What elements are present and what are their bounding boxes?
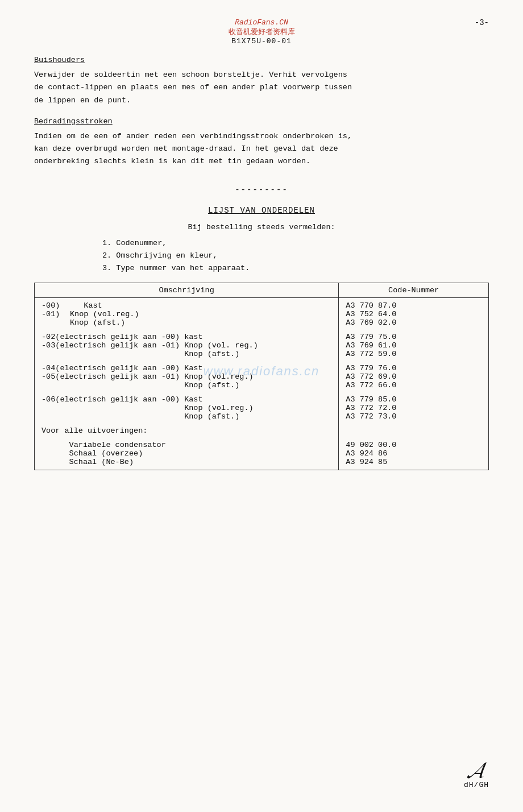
table-row: Voor alle uitvoeringen: xyxy=(35,422,489,436)
table-cell-code: A3 779 85.0 A3 772 72.0 A3 772 73.0 xyxy=(339,391,489,422)
section1-body: Verwijder de soldeertin met een schoon b… xyxy=(34,69,489,107)
table-header-desc: Omschrijving xyxy=(35,283,339,298)
parts-table: Omschrijving Code-Nummer -00) -01) Kast … xyxy=(34,283,489,470)
table-row: Variabele condensator Schaal (overzee) S… xyxy=(35,436,489,470)
table-cell-desc: -06(electrisch gelijk aan -00) Kast Knop… xyxy=(35,391,339,422)
table-header-code: Code-Nummer xyxy=(339,283,489,298)
signature-icon: 𝓐 xyxy=(462,759,491,781)
list-item-1: 1. Codenummer, xyxy=(102,237,489,250)
footer-signature: 𝓐 dH/GH xyxy=(464,759,489,789)
table-cell-code: A3 779 76.0 A3 772 69.0 A3 772 66.0 xyxy=(339,359,489,391)
table-row: -02(electrisch gelijk aan -00) kast -03(… xyxy=(35,328,489,359)
table-row: -06(electrisch gelijk aan -00) Kast Knop… xyxy=(35,391,489,422)
table-cell-desc: Voor alle uitvoeringen: xyxy=(35,422,339,436)
divider: --------- xyxy=(34,185,489,194)
list-items: 1. Codenummer, 2. Omschrijving en kleur,… xyxy=(102,237,489,275)
list-section-title: LIJST VAN ONDERDELEN xyxy=(34,206,489,215)
section2-title: Bedradingsstroken xyxy=(34,117,489,126)
section2-body: Indien om de een of ander reden een verb… xyxy=(34,130,489,168)
table-cell-desc: -04(electrisch gelijk aan -00) Kast -05(… xyxy=(35,359,339,391)
table-row: -00) -01) Kast Knop (vol.reg.) Knop (afs… xyxy=(35,298,489,329)
doc-id: B1X75U-00-01 xyxy=(34,37,489,45)
table-cell-code: A3 770 87.0 A3 752 64.0 A3 769 02.0 xyxy=(339,298,489,329)
table-row: -04(electrisch gelijk aan -00) Kast -05(… xyxy=(35,359,489,391)
page-header: RadioFans.CN 收音机爱好者资料库 B1X75U-00-01 xyxy=(34,18,489,45)
table-cell-code: A3 779 75.0 A3 769 61.0 A3 772 59.0 xyxy=(339,328,489,359)
table-cell-desc: -00) -01) Kast Knop (vol.reg.) Knop (afs… xyxy=(35,298,339,329)
site-subtitle: 收音机爱好者资料库 xyxy=(34,27,489,37)
table-cell-code: 49 002 00.0 A3 924 86 A3 924 85 xyxy=(339,436,489,470)
page-number: -3- xyxy=(475,18,489,27)
table-cell-desc: Variabele condensator Schaal (overzee) S… xyxy=(35,436,339,470)
table-cell-code xyxy=(339,422,489,436)
list-item-2: 2. Omschrijving en kleur, xyxy=(102,250,489,262)
list-item-3: 3. Type nummer van het apparaat. xyxy=(102,262,489,275)
section1-title: Buishouders xyxy=(34,56,489,64)
signature-label: dH/GH xyxy=(464,781,489,789)
list-intro: Bij bestelling steeds vermelden: xyxy=(34,223,489,231)
table-cell-desc: -02(electrisch gelijk aan -00) kast -03(… xyxy=(35,328,339,359)
site-name: RadioFans.CN xyxy=(34,18,489,27)
page: RadioFans.CN 收音机爱好者资料库 B1X75U-00-01 -3- … xyxy=(0,0,523,812)
